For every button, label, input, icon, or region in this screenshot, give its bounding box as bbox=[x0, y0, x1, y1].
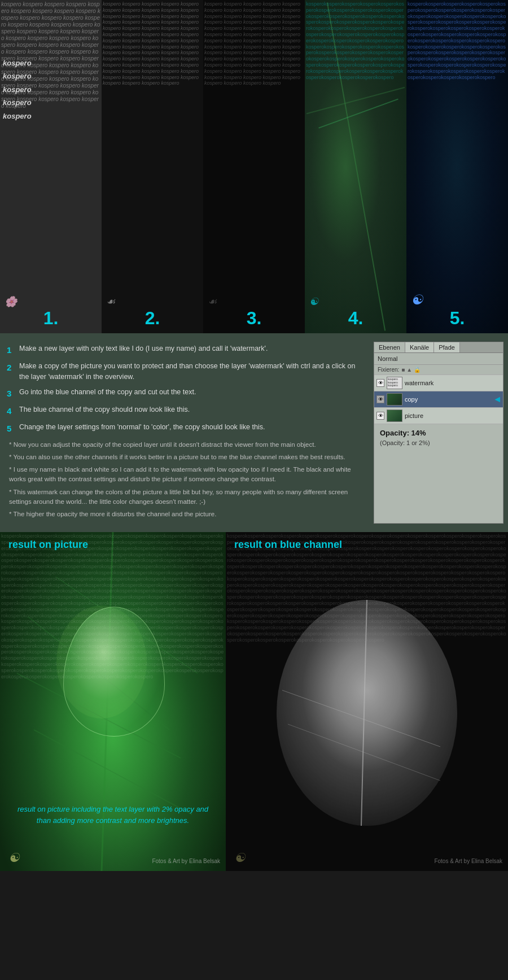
strip-3-watermark: kospero kospero kospero kospero kospero … bbox=[203, 0, 305, 311]
ps-layer-name-picture: picture bbox=[405, 412, 423, 419]
strip-1-bold-text: kosperokosperokosperokosperokospero bbox=[3, 56, 32, 123]
strip-4: kosperokosperokosperokosperokosperokospe… bbox=[305, 0, 406, 333]
instruction-5: 5 Change the layer settings from 'normal… bbox=[7, 422, 367, 435]
strip-2: kospero kospero kospero kospero kospero … bbox=[102, 0, 203, 333]
instruction-number-4: 4 bbox=[7, 404, 16, 417]
ps-layer-name-watermark: watermark bbox=[405, 380, 433, 386]
instruction-number-1: 1 bbox=[7, 343, 16, 356]
ps-layer-arrow: ◄ bbox=[493, 394, 502, 404]
ps-tab-pfade[interactable]: Pfade bbox=[434, 342, 460, 352]
strip-2-logo: ☙ bbox=[106, 295, 115, 308]
instruction-text-1: Make a new layer with only text like I d… bbox=[19, 343, 268, 354]
instruction-4: 4 The blue channel of the copy should no… bbox=[7, 404, 367, 417]
ps-fix-icons: ■ ▲ 🔒 bbox=[401, 367, 421, 373]
result-left-panel: kosperokosperokosperokosperokosperokospe… bbox=[0, 532, 226, 871]
strip-5-logo: ☯ bbox=[411, 292, 423, 308]
ps-layer-name-copy: copy bbox=[405, 396, 418, 403]
strip-5-watermark: kosperokosperokosperokosperokosperokospe… bbox=[406, 0, 508, 311]
instruction-text-4: The blue channel of the copy should now … bbox=[19, 404, 190, 415]
ps-fix-row: Fixieren: ■ ▲ 🔒 bbox=[374, 365, 503, 375]
strip-4-number: 4. bbox=[348, 308, 364, 329]
instruction-text-5: Change the layer settings from 'normal' … bbox=[19, 422, 265, 433]
ps-thumb-copy bbox=[387, 393, 402, 406]
ps-layers-panel: Ebenen Kanäle Pfade Normal Fixieren: ■ ▲… bbox=[374, 342, 503, 524]
result-right-label: result on blue channel bbox=[234, 539, 342, 551]
ps-fixieren-label: Fixieren: bbox=[378, 367, 399, 373]
note-4: * This watermark can change the colors o… bbox=[7, 487, 367, 507]
strip-3-logo: ☙ bbox=[208, 295, 217, 308]
result-logo-right: ☯ bbox=[234, 851, 246, 865]
instruction-1: 1 Make a new layer with only text like I… bbox=[7, 343, 367, 356]
ps-opacity-note: (Opacity: 1 or 2%) bbox=[374, 439, 503, 451]
ps-mode-row: Normal bbox=[374, 353, 503, 365]
result-left-label: result on picture bbox=[8, 539, 88, 551]
ps-tab-ebenen[interactable]: Ebenen bbox=[374, 342, 405, 352]
instruction-3: 3 Go into the blue channel of the copy a… bbox=[7, 387, 367, 400]
instruction-number-5: 5 bbox=[7, 422, 16, 435]
instruction-text-3: Go into the blue channel of the copy and… bbox=[19, 387, 196, 398]
strip-1: kospero kospero kospero kospero kospero … bbox=[0, 0, 102, 333]
instructions-section: 1 Make a new layer with only text like I… bbox=[0, 333, 508, 532]
ps-eye-picture[interactable]: 👁 bbox=[376, 412, 384, 420]
instructions-list: 1 Make a new layer with only text like I… bbox=[0, 339, 374, 526]
ps-thumb-watermark: kospero kospero kospero bbox=[387, 377, 402, 389]
instruction-text-2: Make a copy of the picture you want to p… bbox=[19, 361, 367, 382]
instruction-number-2: 2 bbox=[7, 361, 16, 374]
strip-5-number: 5. bbox=[450, 308, 465, 329]
result-right-panel: kosperokosperokosperokosperokosperokospe… bbox=[226, 532, 508, 871]
ps-eye-watermark[interactable]: 👁 bbox=[376, 379, 384, 387]
bw-wm-pattern: kosperokosperokosperokosperokosperokospe… bbox=[226, 532, 508, 871]
ps-tabs: Ebenen Kanäle Pfade bbox=[374, 342, 503, 353]
note-2: * You can also use the other channels if… bbox=[7, 452, 367, 462]
strip-5: kosperokosperokosperokosperokosperokospe… bbox=[406, 0, 508, 333]
ps-tab-kanaele[interactable]: Kanäle bbox=[405, 342, 434, 352]
note-3: * I use my name in black and white so I … bbox=[7, 465, 367, 485]
ps-thumb-picture bbox=[387, 410, 402, 422]
strip-1-watermark: kospero kospero kospero kospero kospero … bbox=[0, 0, 102, 311]
strip-3-number: 3. bbox=[247, 308, 262, 329]
strip-4-watermark: kosperokosperokosperokosperokosperokospe… bbox=[305, 0, 406, 311]
instruction-2: 2 Make a copy of the picture you want to… bbox=[7, 361, 367, 382]
strip-2-watermark: kospero kospero kospero kospero kospero … bbox=[102, 0, 203, 311]
ps-opacity-value: Opacity: 14% bbox=[374, 424, 503, 439]
strips-section: kospero kospero kospero kospero kospero … bbox=[0, 0, 508, 333]
strip-2-number: 2. bbox=[145, 308, 160, 329]
ps-mode-label: Normal bbox=[378, 355, 397, 362]
strip-4-logo: ☯ bbox=[309, 295, 318, 308]
ps-eye-copy[interactable]: 👁 bbox=[376, 395, 384, 403]
ps-layer-watermark[interactable]: 👁 kospero kospero kospero watermark bbox=[374, 375, 503, 391]
strip-1-number: 1. bbox=[43, 308, 59, 329]
ps-layer-picture[interactable]: 👁 picture bbox=[374, 408, 503, 424]
note-5: * The higher the opacity the more it dis… bbox=[7, 509, 367, 519]
instruction-number-3: 3 bbox=[7, 387, 16, 400]
ps-layer-copy[interactable]: 👁 copy ◄ bbox=[374, 391, 503, 408]
note-1: * Now you can adjust the opacity of the … bbox=[7, 440, 367, 450]
results-section: kosperokosperokosperokosperokosperokospe… bbox=[0, 532, 508, 871]
strip-3: kospero kospero kospero kospero kospero … bbox=[203, 0, 305, 333]
ps-layers-list: 👁 kospero kospero kospero watermark 👁 co… bbox=[374, 375, 503, 424]
result-credit-right: Fotos & Art by Elina Belsak bbox=[434, 858, 502, 864]
strip-1-logo: 🌸 bbox=[5, 295, 17, 308]
